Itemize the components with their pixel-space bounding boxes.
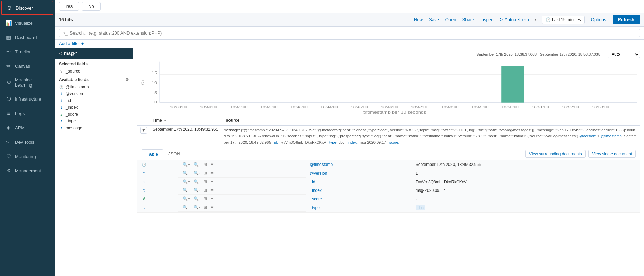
sidebar-item-apm[interactable]: ◈ APM	[0, 120, 55, 135]
field-row-score: # 🔍+ 🔍- ⊞ ✱ _score	[137, 195, 640, 203]
pin-icon[interactable]: ✱	[209, 162, 215, 167]
pin-icon[interactable]: ✱	[209, 170, 215, 176]
discover-icon: ⊙	[6, 5, 12, 11]
pin-icon[interactable]: ✱	[209, 187, 215, 193]
toggle-column-icon[interactable]: ⊞	[202, 162, 208, 167]
timelion-icon: 〰	[5, 49, 12, 55]
search-input[interactable]	[70, 30, 636, 36]
dashboard-icon: ▦	[5, 34, 12, 40]
field-item-id[interactable]: t _id	[55, 97, 133, 104]
index-pattern[interactable]: ◁ msg-*	[55, 48, 133, 59]
filter-plus-icon[interactable]: 🔍+	[182, 170, 191, 176]
filter-minus-icon[interactable]: 🔍-	[193, 170, 201, 176]
expand-cell: ▼	[137, 125, 150, 147]
field-item-score[interactable]: # _score	[55, 111, 133, 118]
sidebar-item-infrastructure[interactable]: ⬡ Infrastructure	[0, 92, 55, 106]
options-button[interactable]: Options	[588, 16, 609, 24]
sidebar-item-label: Visualize	[15, 21, 33, 26]
time-col-header[interactable]: Time ▼	[150, 116, 221, 125]
sidebar-item-label: Machine Learning	[15, 77, 49, 88]
gear-icon[interactable]: ⚙	[125, 77, 129, 82]
svg-text:18:45:00: 18:45:00	[351, 105, 368, 109]
open-button[interactable]: Open	[444, 16, 458, 23]
filter-plus-icon[interactable]: 🔍+	[182, 162, 191, 167]
field-type-q-icon: ?	[59, 69, 64, 74]
add-filter-button[interactable]: Add a filter +	[59, 41, 84, 46]
filter-plus-icon[interactable]: 🔍+	[182, 179, 191, 184]
time-chevron-button[interactable]: ‹	[533, 16, 538, 24]
expanded-row: Table JSON View surrounding documents Vi…	[137, 147, 640, 213]
toggle-column-icon[interactable]: ⊞	[202, 179, 208, 184]
view-surrounding-button[interactable]: View surrounding documents	[525, 150, 586, 158]
sidebar-item-devtools[interactable]: >_ Dev Tools	[0, 135, 55, 149]
results-table: Time ▼ _source ▼	[137, 116, 640, 213]
results-area: Time ▼ _source ▼	[133, 116, 644, 276]
selected-fields-label: Selected fields	[59, 62, 88, 66]
field-name-cell: @timestamp	[306, 160, 411, 169]
toggle-column-icon[interactable]: ⊞	[202, 187, 208, 193]
field-name: @timestamp	[66, 84, 89, 89]
svg-text:18:53:00: 18:53:00	[592, 105, 609, 109]
refresh-button[interactable]: Refresh	[613, 15, 640, 24]
no-button[interactable]: No	[82, 2, 101, 11]
sidebar-item-management[interactable]: ⚙ Management	[0, 163, 55, 178]
tab-json[interactable]: JSON	[163, 149, 185, 158]
field-item-source[interactable]: ? _source	[55, 68, 133, 75]
interval-select[interactable]: Auto Millisecond Second Minute Hour Day	[608, 51, 640, 58]
sidebar: ⊙ Discover 📊 Visualize ▦ Dashboard 〰 Tim…	[0, 0, 55, 276]
field-row-version: t 🔍+ 🔍- ⊞ ✱ @version	[137, 169, 640, 178]
filter-plus-icon[interactable]: 🔍+	[182, 205, 191, 210]
time-range-label: Last 15 minutes	[552, 17, 581, 22]
view-single-button[interactable]: View single document	[588, 150, 636, 158]
svg-text:18:44:00: 18:44:00	[320, 105, 338, 109]
field-row-type: t 🔍+ 🔍- ⊞ ✱ _type	[137, 203, 640, 212]
field-name: _score	[66, 112, 78, 117]
sidebar-item-monitoring[interactable]: ♡ Monitoring	[0, 149, 55, 163]
filter-minus-icon[interactable]: 🔍-	[193, 162, 201, 167]
filter-plus-icon[interactable]: 🔍+	[182, 196, 191, 201]
field-row-index: t 🔍+ 🔍- ⊞ ✱ _index	[137, 186, 640, 195]
auto-refresh-button[interactable]: ↻ Auto-refresh	[499, 17, 529, 22]
pin-icon[interactable]: ✱	[209, 179, 215, 184]
sidebar-item-ml[interactable]: ⚙ Machine Learning	[0, 73, 55, 92]
field-name: _source	[66, 69, 80, 74]
expand-button[interactable]: ▼	[140, 127, 147, 134]
field-item-type[interactable]: t _type	[55, 118, 133, 124]
sidebar-item-timelion[interactable]: 〰 Timelion	[0, 44, 55, 59]
svg-text:0: 0	[154, 100, 157, 104]
yes-button[interactable]: Yes	[59, 2, 79, 11]
field-item-version[interactable]: t @version	[55, 90, 133, 97]
svg-rect-24	[501, 66, 524, 102]
main-content: Yes No 16 hits New Save Open Share Inspe…	[55, 0, 644, 276]
filter-minus-icon[interactable]: 🔍-	[193, 205, 201, 210]
share-button[interactable]: Share	[461, 16, 476, 23]
pin-icon[interactable]: ✱	[209, 196, 215, 201]
field-name: _type	[66, 119, 76, 123]
field-item-message[interactable]: t message	[55, 124, 133, 131]
field-type-cell: t	[137, 169, 178, 178]
tab-table[interactable]: Table	[142, 149, 163, 158]
time-range-pill[interactable]: 🕐 Last 15 minutes	[542, 16, 585, 24]
filter-plus-icon[interactable]: 🔍+	[182, 187, 191, 193]
toggle-column-icon[interactable]: ⊞	[202, 196, 208, 201]
sidebar-item-discover[interactable]: ⊙ Discover	[1, 1, 53, 15]
field-item-index[interactable]: t _index	[55, 104, 133, 111]
toggle-column-icon[interactable]: ⊞	[202, 170, 208, 176]
tabs: Table JSON	[142, 149, 185, 158]
new-button[interactable]: New	[412, 16, 424, 23]
sidebar-item-dashboard[interactable]: ▦ Dashboard	[0, 30, 55, 44]
field-value-cell: 1	[411, 169, 640, 178]
filter-minus-icon[interactable]: 🔍-	[193, 179, 201, 184]
sidebar-item-logs[interactable]: ≡ Logs	[0, 106, 55, 120]
save-button[interactable]: Save	[428, 16, 441, 23]
collapse-arrow-icon: ◁	[59, 51, 62, 56]
filter-minus-icon[interactable]: 🔍-	[193, 187, 201, 193]
sidebar-item-visualize[interactable]: 📊 Visualize	[0, 16, 55, 30]
svg-text:18:51:00: 18:51:00	[531, 105, 549, 109]
field-item-timestamp[interactable]: 🕐 @timestamp	[55, 83, 133, 90]
filter-minus-icon[interactable]: 🔍-	[193, 196, 201, 201]
pin-icon[interactable]: ✱	[209, 205, 215, 210]
sidebar-item-canvas[interactable]: ✏ Canvas	[0, 59, 55, 73]
inspect-button[interactable]: Inspect	[479, 16, 496, 23]
toggle-column-icon[interactable]: ⊞	[202, 205, 208, 210]
